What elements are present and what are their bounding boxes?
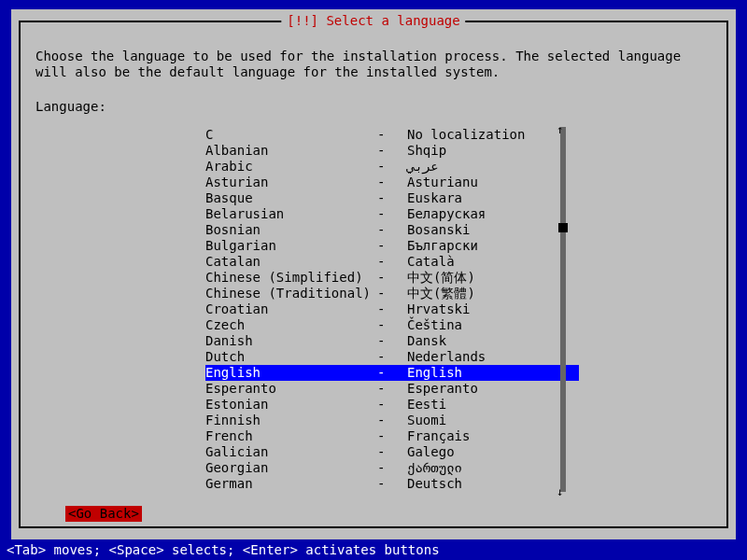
language-separator: - <box>377 127 407 143</box>
language-native-name: Français <box>407 428 470 444</box>
language-native-name: Eesti <box>407 397 446 413</box>
language-separator: - <box>377 206 407 222</box>
language-native-name: Български <box>407 238 478 254</box>
language-native-name: Čeština <box>407 317 462 333</box>
language-option[interactable]: German-Deutsch <box>205 476 579 492</box>
language-option[interactable]: C-No localization <box>205 127 579 143</box>
language-separator: - <box>377 413 407 428</box>
language-separator: - <box>377 349 407 365</box>
language-english-name: Asturian <box>205 175 377 190</box>
language-option[interactable]: Arabic-عربي <box>205 159 579 175</box>
language-option[interactable]: French-Français <box>205 428 579 444</box>
language-separator: - <box>377 270 407 286</box>
language-option[interactable]: Asturian-Asturianu <box>205 175 579 190</box>
language-native-name: Suomi <box>407 413 446 428</box>
language-english-name: Dutch <box>205 349 377 365</box>
scroll-up-icon[interactable]: ↑ <box>557 123 563 136</box>
language-native-name: 中文(繁體) <box>407 286 475 301</box>
language-field-label: Language: <box>35 99 106 114</box>
instruction-text: Choose the language to be used for the i… <box>35 49 712 80</box>
language-separator: - <box>377 254 407 270</box>
language-option[interactable]: Chinese (Traditional)-中文(繁體) <box>205 286 579 301</box>
language-option[interactable]: Albanian-Shqip <box>205 143 579 159</box>
language-native-name: Беларуская <box>407 206 486 222</box>
language-option[interactable]: Czech-Čeština <box>205 317 579 333</box>
language-english-name: Esperanto <box>205 381 377 397</box>
language-list[interactable]: C-No localizationAlbanian-ShqipArabic-عر… <box>205 127 579 492</box>
language-native-name: Hrvatski <box>407 301 470 317</box>
language-separator: - <box>377 333 407 349</box>
language-separator: - <box>377 301 407 317</box>
language-english-name: Georgian <box>205 460 377 476</box>
language-option[interactable]: Estonian-Eesti <box>205 397 579 413</box>
scrollbar-track[interactable] <box>560 127 566 492</box>
language-native-name: ქართული <box>407 460 462 476</box>
language-english-name: Danish <box>205 333 377 349</box>
language-english-name: Chinese (Traditional) <box>205 286 377 301</box>
language-option[interactable]: Bulgarian-Български <box>205 238 579 254</box>
language-option[interactable]: Georgian-ქართული <box>205 460 579 476</box>
language-english-name: Chinese (Simplified) <box>205 270 377 286</box>
go-back-button[interactable]: <Go Back> <box>65 506 142 522</box>
language-native-name: Asturianu <box>407 175 478 190</box>
dialog-title: [!!] Select a language <box>281 13 465 28</box>
language-option[interactable]: Basque-Euskara <box>205 190 579 206</box>
language-english-name: Albanian <box>205 143 377 159</box>
language-english-name: Finnish <box>205 413 377 428</box>
language-native-name: عربي <box>407 159 439 175</box>
scroll-down-icon[interactable]: ↓ <box>557 485 563 498</box>
language-english-name: Croatian <box>205 301 377 317</box>
language-option[interactable]: Bosnian-Bosanski <box>205 222 579 238</box>
dialog-frame: [!!] Select a language Choose the langua… <box>19 21 728 528</box>
language-native-name: 中文(简体) <box>407 270 475 286</box>
language-english-name: German <box>205 476 377 492</box>
language-option[interactable]: Finnish-Suomi <box>205 413 579 428</box>
language-native-name: Nederlands <box>407 349 486 365</box>
language-separator: - <box>377 476 407 492</box>
language-option[interactable]: Catalan-Català <box>205 254 579 270</box>
language-native-name: English <box>407 365 462 381</box>
language-separator: - <box>377 143 407 159</box>
language-option[interactable]: Belarusian-Беларуская <box>205 206 579 222</box>
language-separator: - <box>377 365 407 381</box>
language-option[interactable]: Dutch-Nederlands <box>205 349 579 365</box>
language-separator: - <box>377 159 407 175</box>
language-english-name: Arabic <box>205 159 377 175</box>
language-english-name: C <box>205 127 377 143</box>
language-separator: - <box>377 460 407 476</box>
language-separator: - <box>377 381 407 397</box>
language-option[interactable]: Esperanto-Esperanto <box>205 381 579 397</box>
language-separator: - <box>377 428 407 444</box>
language-native-name: Shqip <box>407 143 446 159</box>
language-english-name: Bosnian <box>205 222 377 238</box>
language-english-name: Bulgarian <box>205 238 377 254</box>
language-native-name: Bosanski <box>407 222 470 238</box>
language-english-name: Catalan <box>205 254 377 270</box>
language-native-name: Català <box>407 254 455 270</box>
language-english-name: English <box>205 365 377 381</box>
language-english-name: French <box>205 428 377 444</box>
language-native-name: No localization <box>407 127 525 143</box>
language-native-name: Euskara <box>407 190 462 206</box>
language-native-name: Esperanto <box>407 381 478 397</box>
language-option[interactable]: English-English <box>205 365 579 381</box>
language-option[interactable]: Galician-Galego <box>205 444 579 460</box>
language-english-name: Estonian <box>205 397 377 413</box>
language-english-name: Basque <box>205 190 377 206</box>
language-separator: - <box>377 444 407 460</box>
language-separator: - <box>377 222 407 238</box>
language-separator: - <box>377 238 407 254</box>
language-option[interactable]: Danish-Dansk <box>205 333 579 349</box>
scrollbar-thumb[interactable] <box>558 223 568 232</box>
language-native-name: Deutsch <box>407 476 462 492</box>
language-native-name: Dansk <box>407 333 446 349</box>
language-english-name: Galician <box>205 444 377 460</box>
language-option[interactable]: Chinese (Simplified)-中文(简体) <box>205 270 579 286</box>
footer-hint: <Tab> moves; <Space> selects; <Enter> ac… <box>7 542 440 557</box>
language-option[interactable]: Croatian-Hrvatski <box>205 301 579 317</box>
language-native-name: Galego <box>407 444 455 460</box>
language-separator: - <box>377 317 407 333</box>
language-english-name: Czech <box>205 317 377 333</box>
language-english-name: Belarusian <box>205 206 377 222</box>
language-separator: - <box>377 397 407 413</box>
